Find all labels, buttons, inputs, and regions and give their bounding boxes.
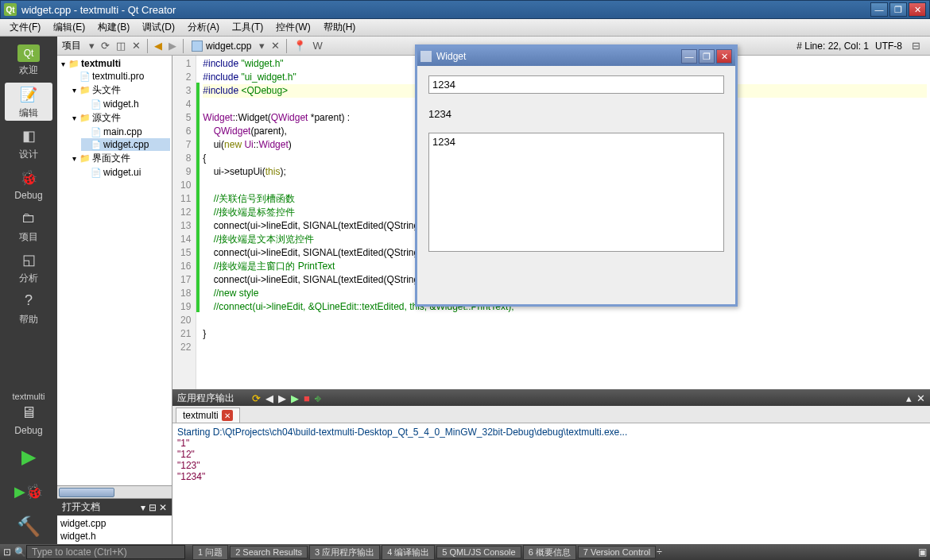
menu-analyze[interactable]: 分析(A): [181, 19, 226, 36]
split-icon[interactable]: ◫: [113, 40, 129, 52]
sources-folder[interactable]: ▾📁源文件: [70, 110, 170, 126]
tab-close-icon[interactable]: ✕: [268, 40, 283, 52]
tab-close-icon[interactable]: ✕: [222, 410, 233, 421]
marker-icon[interactable]: W: [309, 40, 325, 52]
menubar: 文件(F) 编辑(E) 构建(B) 调试(D) 分析(A) 工具(T) 控件(W…: [0, 19, 930, 37]
prev-icon[interactable]: ◀: [265, 392, 273, 404]
menu-help[interactable]: 帮助(H): [317, 19, 362, 36]
close-output-icon[interactable]: ✕: [916, 392, 925, 404]
edit-icon: 📝: [17, 84, 40, 105]
cpp-file-icon: 📄: [91, 139, 102, 150]
minimize-button[interactable]: —: [870, 2, 888, 17]
status-bar: ⊡ 🔍 Type to locate (Ctrl+K) 1 问题 2 Searc…: [0, 544, 930, 560]
open-file-item[interactable]: widget.h: [60, 530, 169, 543]
status-tab-compile[interactable]: 4 编译输出: [382, 545, 435, 560]
widget-minimize-button[interactable]: —: [681, 49, 697, 64]
split-h-icon[interactable]: ⊟: [909, 40, 924, 52]
stop-icon[interactable]: ■: [304, 392, 310, 404]
next-icon[interactable]: ▶: [278, 392, 286, 404]
menu-window[interactable]: 控件(W): [269, 19, 316, 36]
search-locator-icon: 🔍: [14, 546, 26, 558]
progress-toggle-icon[interactable]: ▣: [918, 546, 927, 558]
source-file-main[interactable]: 📄main.cpp: [81, 126, 170, 138]
project-root[interactable]: ▾📁textmulti: [59, 57, 170, 70]
output-title: 应用程序输出: [177, 392, 234, 405]
mode-projects[interactable]: 🗀项目: [5, 207, 52, 245]
mode-debug[interactable]: 🐞Debug: [5, 165, 52, 203]
open-file-item[interactable]: widget.cpp: [60, 517, 169, 530]
status-tab-general[interactable]: 6 概要信息: [523, 545, 576, 560]
widget-close-button[interactable]: ✕: [716, 49, 732, 64]
back-button[interactable]: ◀: [151, 40, 165, 52]
widget-maximize-button[interactable]: ❐: [699, 49, 715, 64]
play-icon[interactable]: ▶: [291, 392, 299, 404]
open-documents-header[interactable]: 打开文档▾ ⊟ ✕: [57, 499, 172, 516]
forms-folder[interactable]: ▾📁界面文件: [70, 151, 170, 166]
line-gutter: 12345678910111213141516171819202122: [172, 56, 196, 389]
run-button[interactable]: ▶: [14, 442, 43, 471]
mode-help[interactable]: ?帮助: [5, 289, 52, 327]
qt-icon: Qt: [17, 44, 40, 62]
rerun-icon[interactable]: ⟳: [252, 392, 261, 404]
sync-icon[interactable]: ⟳: [98, 40, 113, 52]
mode-edit[interactable]: 📝编辑: [5, 83, 52, 121]
folder-icon: 📁: [79, 153, 91, 164]
status-tab-issues[interactable]: 1 问题: [192, 545, 228, 560]
output-pane: 应用程序输出 ⟳ ◀ ▶ ▶ ■ ⎆ ▴ ✕ textmulti✕: [172, 389, 930, 544]
help-icon: ?: [17, 291, 40, 311]
bug-icon: 🐞: [17, 168, 40, 188]
locator-icon[interactable]: ⊡: [3, 546, 11, 558]
project-tree-pane: ▾📁textmulti 📄textmulti.pro ▾📁头文件 📄widget…: [57, 56, 172, 544]
cursor-status: # Line: 22, Col: 1: [796, 41, 869, 52]
output-tab[interactable]: textmulti✕: [176, 407, 240, 423]
output-text[interactable]: Starting D:\QtProjects\ch04\build-textmu…: [172, 423, 930, 544]
app-icon: [420, 51, 432, 62]
filter-icon[interactable]: ▾: [86, 40, 98, 52]
encoding-label[interactable]: UTF-8: [875, 41, 902, 52]
mode-design[interactable]: ◧设计: [5, 124, 52, 162]
maximize-button[interactable]: ❐: [889, 2, 907, 17]
menu-build[interactable]: 构建(B): [91, 19, 136, 36]
project-combo-label[interactable]: 项目: [57, 39, 86, 52]
chevron-icon[interactable]: ÷: [657, 546, 662, 558]
mode-welcome[interactable]: Qt欢迎: [5, 41, 52, 79]
kit-selector[interactable]: textmulti 🖥 Debug: [13, 388, 45, 439]
bookmark-icon[interactable]: 📍: [290, 40, 309, 52]
titlebar: Qt widget.cpp - textmulti - Qt Creator —…: [0, 0, 930, 19]
menu-debug[interactable]: 调试(D): [136, 19, 181, 36]
header-file[interactable]: 📄widget.h: [81, 98, 170, 110]
status-tab-search[interactable]: 2 Search Results: [230, 546, 308, 558]
qt-logo-icon: Qt: [4, 3, 17, 16]
source-file-widget[interactable]: 📄widget.cpp: [81, 138, 170, 151]
file-tab[interactable]: widget.cpp: [187, 41, 256, 52]
h-file-icon: 📄: [91, 98, 102, 110]
run-debug-button[interactable]: ▶🐞: [14, 477, 43, 506]
tree-scrollbar[interactable]: [57, 485, 172, 498]
attach-icon[interactable]: ⎆: [315, 392, 321, 404]
ui-file[interactable]: 📄widget.ui: [81, 166, 170, 179]
line-edit[interactable]: [428, 75, 724, 94]
locator-input[interactable]: Type to locate (Ctrl+K): [26, 545, 185, 559]
menu-tools[interactable]: 工具(T): [226, 19, 269, 36]
status-tab-appout[interactable]: 3 应用程序输出: [309, 545, 380, 560]
text-browser[interactable]: 1234: [428, 133, 724, 252]
dropdown-icon[interactable]: ▾: [256, 40, 268, 52]
monitor-icon: 🖥: [14, 401, 43, 423]
close-button[interactable]: ✕: [909, 2, 926, 17]
cpp-file-icon: 📄: [91, 126, 102, 137]
pro-file[interactable]: 📄textmulti.pro: [70, 70, 170, 83]
forward-button[interactable]: ▶: [165, 40, 180, 52]
menu-edit[interactable]: 编辑(E): [47, 19, 91, 36]
window-title: widget.cpp - textmulti - Qt Creator: [21, 4, 870, 16]
folder-icon: 📁: [79, 85, 91, 96]
min-icon[interactable]: ▴: [906, 392, 912, 404]
menu-file[interactable]: 文件(F): [3, 19, 47, 36]
folder-icon: 📁: [79, 113, 91, 124]
running-widget-window[interactable]: Widget — ❐ ✕ 1234 1234: [415, 44, 738, 307]
mode-analyze[interactable]: ◱分析: [5, 248, 52, 286]
build-button[interactable]: 🔨: [14, 512, 43, 541]
headers-folder[interactable]: ▾📁头文件: [70, 83, 170, 98]
status-tab-vcs[interactable]: 7 Version Control: [578, 546, 656, 558]
close-pane-icon[interactable]: ✕: [129, 40, 144, 52]
status-tab-qml[interactable]: 5 QML/JS Console: [436, 546, 521, 558]
